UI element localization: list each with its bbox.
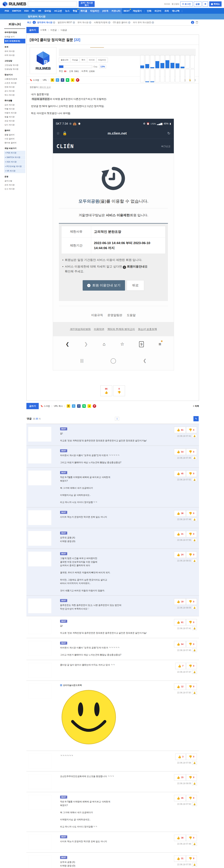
close-tab-icon[interactable]: ✕ <box>108 21 110 24</box>
kakaostory-icon[interactable]: ● <box>71 78 74 82</box>
comment-upvote-button[interactable]: 👍38 <box>174 835 186 841</box>
comment-upvote-button[interactable]: 👍3 <box>175 753 186 760</box>
sidebar-item[interactable]: 인생상담 게시판 <box>4 67 25 71</box>
report-bell-icon[interactable]: 🔔 <box>192 478 197 482</box>
next-post-button[interactable]: 다음글 <box>61 29 67 32</box>
board-tab[interactable]: 유머 게시판✕ <box>77 21 91 24</box>
profile-tab[interactable]: 타임라인 <box>97 58 108 62</box>
pinterest-icon[interactable]: P <box>93 404 96 408</box>
nav-item-PC[interactable]: PC <box>30 8 36 14</box>
nav-item-BEST[interactable]: BEST <box>122 8 131 14</box>
close-tab-icon[interactable]: ✕ <box>152 21 154 24</box>
report-bell-icon[interactable]: 🔔 <box>192 863 197 866</box>
comment-upvote-button[interactable]: 👍54 <box>174 641 186 647</box>
comment-downvote-button[interactable]: 👎0 <box>186 598 197 605</box>
facebook-icon[interactable]: f <box>61 78 64 82</box>
naver-icon[interactable]: N <box>82 404 86 408</box>
comment-upvote-button[interactable]: 👍19 <box>174 598 186 605</box>
sidebar-item[interactable]: 사진 갤러리 <box>4 137 25 141</box>
close-tab-icon[interactable]: ✕ <box>89 21 91 24</box>
report-bell-icon[interactable]: 🔔 <box>192 782 197 785</box>
nav-item-XSX[interactable]: XSX <box>23 8 30 14</box>
report-bell-icon[interactable]: 🔔 <box>192 538 197 542</box>
sidebar-item[interactable]: 움짤 갤러리 <box>4 133 25 137</box>
report-bell-icon[interactable]: 🔔 <box>192 434 197 438</box>
report-bell-icon[interactable]: 🔔 <box>192 559 197 563</box>
close-tab-icon[interactable]: ✕ <box>73 21 75 24</box>
comment-downvote-button[interactable]: 👎0 <box>186 835 197 841</box>
sidebar-item[interactable]: 여행 게시판 <box>4 107 25 111</box>
comment-upvote-button[interactable]: 👍7 <box>175 663 186 669</box>
tabs-scroll-right-button[interactable]: ❯ <box>191 21 194 24</box>
nav-item-β유게[interactable]: β유게 <box>101 8 110 14</box>
sidebar-item[interactable]: 역사 게시판 <box>4 93 25 97</box>
comment-downvote-button[interactable]: 👎0 <box>186 795 197 801</box>
downvote-button[interactable]: 0 👎 <box>113 385 125 396</box>
comment-downvote-button[interactable]: 👎0 <box>186 663 197 669</box>
profile-tab[interactable]: 마이피 <box>87 58 97 62</box>
sidebar-item[interactable]: 공지사항 <box>4 179 25 183</box>
write-button[interactable]: 글쓰기 <box>26 27 39 33</box>
board-tab[interactable]: 사회/정치/경제✕ <box>94 21 110 24</box>
board-tab[interactable]: 과거 유머 게시판(2)✕ <box>133 21 154 24</box>
comment-downvote-button[interactable]: 👎0 <box>186 641 197 647</box>
comment-downvote-button[interactable]: 👎0 <box>186 619 197 625</box>
write-comment-button[interactable]: ✎ <box>193 416 199 421</box>
profile-tab[interactable]: 활동내역 <box>59 58 70 62</box>
page-number[interactable]: 1 <box>115 417 119 421</box>
board-tab[interactable]: CD 음반 갤러리✕ <box>113 21 130 24</box>
kakao-icon[interactable]: K <box>67 404 70 408</box>
ruliweb-logo[interactable]: R RULIWEB <box>2 1 26 7</box>
sidebar-item[interactable]: 낚시 게시판 <box>4 123 25 127</box>
report-bell-icon[interactable]: 🔔 <box>192 670 197 674</box>
nav-item-프라[interactable]: 프라 <box>163 8 170 14</box>
sidebar-item[interactable]: 자작 게시판 <box>4 53 25 57</box>
sidebar-item[interactable]: + VR 게시판 <box>4 169 25 173</box>
close-tab-icon[interactable]: ✕ <box>128 21 130 24</box>
report-bell-icon[interactable]: 🔔 <box>192 842 197 846</box>
facebook-icon[interactable]: f <box>77 404 81 408</box>
report-bell-icon[interactable]: 🔔 <box>192 691 197 694</box>
nav-item-취미갤[interactable]: 취미갤 <box>79 8 89 14</box>
twitter-icon[interactable]: t <box>72 404 75 408</box>
close-tab-icon[interactable]: ✕ <box>53 21 55 24</box>
nav-item-애니/책[interactable]: 애니/책 <box>170 8 181 14</box>
sidebar-item[interactable]: 유머 게시판 <box>4 49 25 53</box>
sidebar-item[interactable]: 정치 유게(북유게) <box>4 39 25 43</box>
sidebar-item[interactable]: + PS5 게시판 <box>4 151 25 155</box>
sidebar-item[interactable]: 전체글 보기 <box>4 35 25 39</box>
board-tab[interactable]: 일반유머 BEST✕ <box>58 21 75 24</box>
list-button[interactable]: ≡ 목록 <box>193 405 199 408</box>
nav-item-AC고전[interactable]: AC고전 <box>53 8 64 14</box>
scrap-button[interactable]: 🔖 스크랩 <box>30 79 39 82</box>
nav-item-만화[interactable]: 만화 <box>145 8 153 14</box>
nav-item-모바일[interactable]: 모바일 <box>43 8 53 14</box>
comment-upvote-button[interactable]: 👍12 <box>174 683 186 690</box>
prev-post-button[interactable]: 이전글 <box>50 29 57 32</box>
profile-tab[interactable]: 작성글 <box>70 58 80 62</box>
sidebar-item[interactable]: 건의 게시판 <box>4 183 25 187</box>
nav-item-VR[interactable]: VR <box>36 8 43 14</box>
report-bell-icon[interactable]: 🔔 <box>192 606 197 610</box>
naver-icon[interactable]: N <box>66 78 69 82</box>
comment-upvote-button[interactable]: 👍45 <box>174 470 186 477</box>
nav-item-타임라인[interactable]: 타임라인 <box>89 8 101 14</box>
sidebar-item[interactable]: + SWITCH 게시판 <box>4 155 25 159</box>
scrap-button[interactable]: 🔖 스크랩 <box>40 405 50 408</box>
comment-downvote-button[interactable]: 👎0 <box>186 683 197 690</box>
comment-downvote-button[interactable]: 👎0 <box>186 531 197 537</box>
comment-upvote-button[interactable]: 👍61 <box>174 427 186 433</box>
nav-item-핫딜[interactable]: 핫딜 <box>71 8 79 14</box>
sidebar-item[interactable]: 군사 게시판 <box>4 89 25 93</box>
sidebar-item[interactable]: 신고 게시판 <box>4 187 25 191</box>
mypi-link[interactable]: 마이피 · 중고장터 <box>164 3 180 5</box>
comment-upvote-button[interactable]: 👍61 <box>174 619 186 625</box>
comment-downvote-button[interactable]: 👎0 <box>186 774 197 781</box>
nav-item-커뮤니티[interactable]: 커뮤니티 <box>110 8 122 14</box>
comment-upvote-button[interactable]: 👍15 <box>174 774 186 781</box>
comment-upvote-button[interactable]: 👍54 <box>174 448 186 455</box>
sidebar-item[interactable]: 고민상담 게시판 <box>4 63 25 67</box>
kakaostory-icon[interactable]: ● <box>88 404 91 408</box>
report-bell-icon[interactable]: 🔔 <box>192 518 197 521</box>
author-avatar[interactable]: R RULIWEB <box>30 47 57 74</box>
